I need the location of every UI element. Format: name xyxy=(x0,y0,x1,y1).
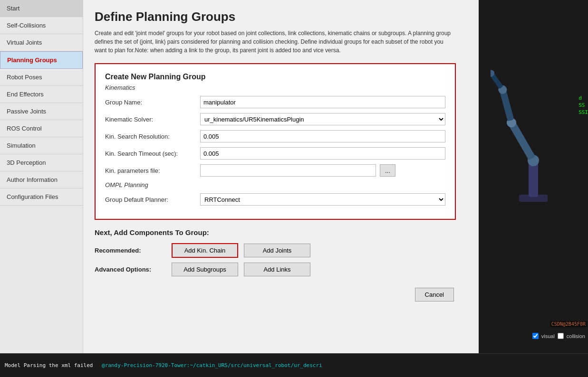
components-section: Next, Add Components To Group: Recommend… xyxy=(95,228,456,276)
components-title: Next, Add Components To Group: xyxy=(95,228,456,236)
label-d: d xyxy=(578,95,588,101)
kinematic-solver-row: Kinematic Solver: ur_kinematics/UR5Kinem… xyxy=(105,113,445,125)
terminal-bar: Model Parsing the xml failed @randy-Prec… xyxy=(0,353,588,377)
add-joints-button[interactable]: Add Joints xyxy=(244,244,310,257)
sidebar-item-planning-groups[interactable]: Planning Groups xyxy=(0,51,83,69)
kin-search-timeout-row: Kin. Search Timeout (sec): xyxy=(105,147,445,160)
kin-search-timeout-label: Kin. Search Timeout (sec): xyxy=(105,150,200,157)
sidebar-item-3d-perception[interactable]: 3D Perception xyxy=(0,154,83,171)
sidebar-item-ros-control[interactable]: ROS Control xyxy=(0,120,83,137)
kin-search-timeout-input[interactable] xyxy=(200,147,445,160)
terminal-line1: Model Parsing the xml failed xyxy=(5,362,93,368)
side-labels: d SS SSI xyxy=(578,95,588,115)
label-ssi: SSI xyxy=(578,109,588,115)
sidebar-item-author-information[interactable]: Author Information xyxy=(0,171,83,188)
kin-params-input[interactable] xyxy=(200,164,376,177)
sidebar-item-end-effectors[interactable]: End Effectors xyxy=(0,86,83,103)
main-content: Define Planning Groups Create and edit '… xyxy=(83,0,479,353)
add-kin-chain-button[interactable]: Add Kin. Chain xyxy=(172,243,238,258)
kin-params-label: Kin. parameters file: xyxy=(105,167,200,174)
bottom-bar: Cancel xyxy=(95,288,456,302)
box-title: Create New Planning Group xyxy=(105,73,445,81)
components-grid: Recommended: Add Kin. Chain Add Joints A… xyxy=(95,243,456,276)
sidebar: StartSelf-CollisionsVirtual JointsPlanni… xyxy=(0,0,83,353)
advanced-row: Advanced Options: Add Subgroups Add Link… xyxy=(95,263,456,276)
group-name-label: Group Name: xyxy=(105,99,200,106)
page-description: Create and edit 'joint model' groups for… xyxy=(95,29,456,55)
add-links-button[interactable]: Add Links xyxy=(244,263,310,276)
cancel-button[interactable]: Cancel xyxy=(415,288,454,302)
right-panel: d SS SSI visual collision CSDN@2B45F0R xyxy=(479,0,588,353)
sidebar-item-robot-poses[interactable]: Robot Poses xyxy=(0,69,83,86)
recommended-row: Recommended: Add Kin. Chain Add Joints xyxy=(95,243,456,258)
sidebar-item-simulation[interactable]: Simulation xyxy=(0,137,83,154)
sidebar-item-passive-joints[interactable]: Passive Joints xyxy=(0,103,83,120)
collision-checkbox[interactable] xyxy=(558,333,564,339)
recommended-label: Recommended: xyxy=(95,247,166,254)
svg-rect-2 xyxy=(529,161,538,197)
ompl-label: OMPL Planning xyxy=(105,181,445,188)
group-default-planner-select[interactable]: RRTConnect RRT PRM LBKPIECE xyxy=(200,193,445,206)
browse-button[interactable]: ... xyxy=(380,164,395,177)
group-name-row: Group Name: xyxy=(105,96,445,108)
group-default-planner-row: Group Default Planner: RRTConnect RRT PR… xyxy=(105,193,445,206)
terminal-line2: @randy-Precision-7920-Tower:~/catkin_UR5… xyxy=(102,362,322,368)
group-name-input[interactable] xyxy=(200,96,445,108)
sidebar-item-self-collisions[interactable]: Self-Collisions xyxy=(0,17,83,34)
kinematic-solver-label: Kinematic Solver: xyxy=(105,116,200,123)
robot-canvas xyxy=(483,5,583,252)
label-ss: SS xyxy=(578,102,588,108)
group-default-planner-label: Group Default Planner: xyxy=(105,196,200,203)
kin-search-res-row: Kin. Search Resolution: xyxy=(105,130,445,142)
kinematics-section-label: Kinematics xyxy=(105,84,445,91)
kin-search-res-label: Kin. Search Resolution: xyxy=(105,133,200,140)
robot-svg xyxy=(491,33,576,223)
watermark: CSDN@2B45F0R xyxy=(550,321,587,327)
page-title: Define Planning Groups xyxy=(95,9,467,24)
visual-checkbox[interactable] xyxy=(532,333,539,339)
kin-params-row: Kin. parameters file: ... xyxy=(105,164,445,177)
advanced-label: Advanced Options: xyxy=(95,266,166,273)
visual-label: visual xyxy=(541,333,555,339)
viz-controls: visual collision xyxy=(532,333,585,339)
collision-label: collision xyxy=(567,333,585,339)
sidebar-item-configuration-files[interactable]: Configuration Files xyxy=(0,188,83,206)
sidebar-item-start[interactable]: Start xyxy=(0,0,83,17)
kin-search-res-input[interactable] xyxy=(200,130,445,142)
ompl-section: OMPL Planning Group Default Planner: RRT… xyxy=(105,181,445,206)
sidebar-item-virtual-joints[interactable]: Virtual Joints xyxy=(0,34,83,51)
add-subgroups-button[interactable]: Add Subgroups xyxy=(172,263,238,276)
planning-group-box: Create New Planning Group Kinematics Gro… xyxy=(95,63,456,220)
kinematic-solver-select[interactable]: ur_kinematics/UR5KinematicsPlugin KDLKin… xyxy=(200,113,445,125)
